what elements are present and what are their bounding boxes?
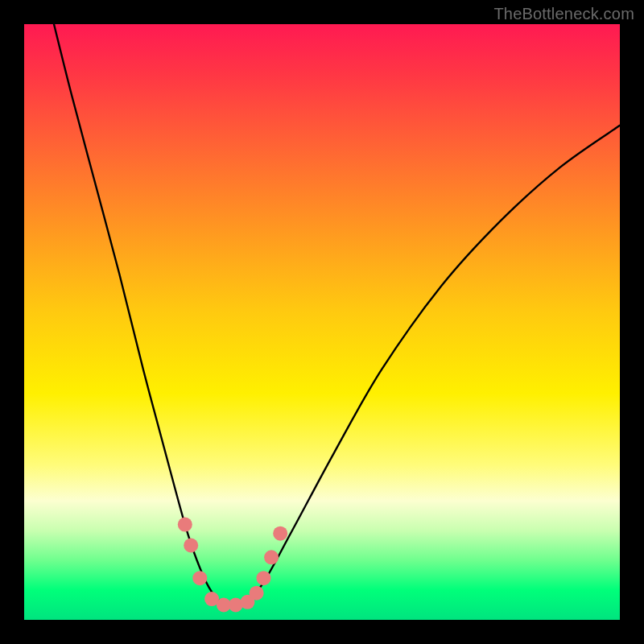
marker-dot — [264, 550, 279, 564]
marker-dot — [184, 539, 198, 553]
marker-dot — [250, 586, 264, 601]
marker-dot — [178, 518, 192, 532]
chart-frame: TheBottleneck.com — [0, 0, 644, 644]
bottleneck-curve — [54, 24, 620, 605]
marker-dot — [256, 571, 270, 585]
plot-area — [24, 24, 620, 620]
pink-dots-group — [178, 518, 287, 613]
marker-dot — [192, 571, 207, 585]
marker-dot — [273, 526, 287, 541]
watermark-text: TheBottleneck.com — [493, 5, 634, 23]
chart-svg — [24, 24, 620, 620]
